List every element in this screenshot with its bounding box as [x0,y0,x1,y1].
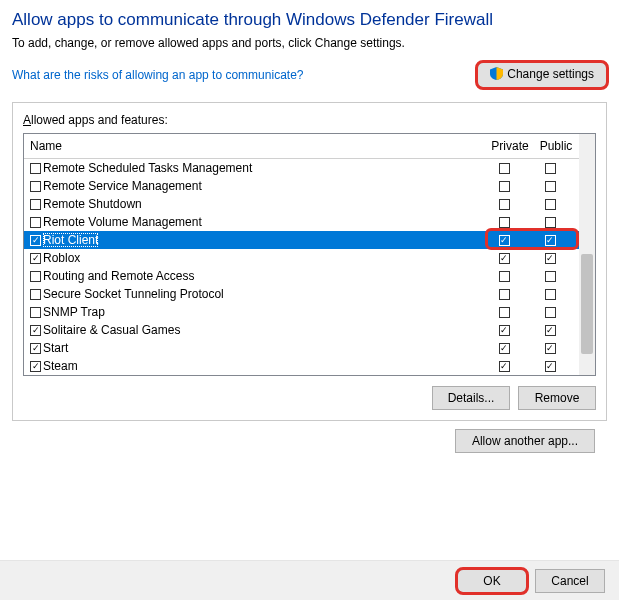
app-enable-checkbox[interactable] [30,235,41,246]
change-settings-label: Change settings [507,67,594,81]
private-checkbox[interactable] [499,361,510,372]
app-name-label: Routing and Remote Access [43,269,194,283]
app-name-label: Remote Shutdown [43,197,142,211]
group-label: Allowed apps and features: [23,113,168,127]
app-enable-checkbox[interactable] [30,163,41,174]
header-public[interactable]: Public [533,134,579,158]
app-row[interactable]: Remote Shutdown [24,195,579,213]
app-row[interactable]: Remote Volume Management [24,213,579,231]
public-checkbox[interactable] [545,163,556,174]
app-row[interactable]: Secure Socket Tunneling Protocol [24,285,579,303]
private-checkbox[interactable] [499,343,510,354]
page-subtitle: To add, change, or remove allowed apps a… [12,36,607,50]
private-checkbox[interactable] [499,307,510,318]
app-name-label: Steam [43,359,78,373]
app-name-label: SNMP Trap [43,305,105,319]
cancel-button[interactable]: Cancel [535,569,605,593]
public-checkbox[interactable] [545,181,556,192]
app-name-label: Remote Scheduled Tasks Management [43,161,252,175]
change-settings-button[interactable]: Change settings [477,62,607,88]
risks-link[interactable]: What are the risks of allowing an app to… [12,68,303,82]
app-row[interactable]: Riot Client [24,231,579,249]
app-enable-checkbox[interactable] [30,199,41,210]
app-row[interactable]: Steam [24,357,579,375]
public-checkbox[interactable] [545,235,556,246]
public-checkbox[interactable] [545,343,556,354]
ok-button[interactable]: OK [457,569,527,593]
app-row[interactable]: Roblox [24,249,579,267]
public-checkbox[interactable] [545,307,556,318]
app-name-label: Remote Volume Management [43,215,202,229]
app-row[interactable]: Remote Scheduled Tasks Management [24,159,579,177]
scrollbar-thumb[interactable] [581,254,593,354]
private-checkbox[interactable] [499,235,510,246]
app-enable-checkbox[interactable] [30,181,41,192]
page-title: Allow apps to communicate through Window… [12,10,607,30]
dialog-footer: OK Cancel [0,560,619,600]
app-name-label: Roblox [43,251,80,265]
app-enable-checkbox[interactable] [30,307,41,318]
private-checkbox[interactable] [499,271,510,282]
app-row[interactable]: Start [24,339,579,357]
apps-list: Name Private Public Remote Scheduled Tas… [23,133,596,376]
private-checkbox[interactable] [499,181,510,192]
app-enable-checkbox[interactable] [30,325,41,336]
private-checkbox[interactable] [499,253,510,264]
app-row[interactable]: Solitaire & Casual Games [24,321,579,339]
public-checkbox[interactable] [545,199,556,210]
header-private[interactable]: Private [487,134,533,158]
remove-button[interactable]: Remove [518,386,596,410]
public-checkbox[interactable] [545,253,556,264]
private-checkbox[interactable] [499,199,510,210]
allow-another-app-button[interactable]: Allow another app... [455,429,595,453]
app-row[interactable]: Remote Service Management [24,177,579,195]
scrollbar[interactable] [579,134,595,375]
public-checkbox[interactable] [545,289,556,300]
app-row[interactable]: Routing and Remote Access [24,267,579,285]
app-enable-checkbox[interactable] [30,343,41,354]
app-name-label: Start [43,341,68,355]
private-checkbox[interactable] [499,289,510,300]
allowed-apps-group: Allowed apps and features: Name Private … [12,102,607,421]
header-name[interactable]: Name [24,134,487,158]
app-name-label: Solitaire & Casual Games [43,323,180,337]
private-checkbox[interactable] [499,163,510,174]
app-enable-checkbox[interactable] [30,253,41,264]
public-checkbox[interactable] [545,271,556,282]
app-name-label: Secure Socket Tunneling Protocol [43,287,224,301]
public-checkbox[interactable] [545,325,556,336]
private-checkbox[interactable] [499,217,510,228]
app-enable-checkbox[interactable] [30,289,41,300]
app-enable-checkbox[interactable] [30,271,41,282]
public-checkbox[interactable] [545,361,556,372]
details-button[interactable]: Details... [432,386,510,410]
private-checkbox[interactable] [499,325,510,336]
app-name-label: Riot Client [43,233,98,247]
app-name-label: Remote Service Management [43,179,202,193]
app-enable-checkbox[interactable] [30,361,41,372]
app-row[interactable]: SNMP Trap [24,303,579,321]
app-enable-checkbox[interactable] [30,217,41,228]
public-checkbox[interactable] [545,217,556,228]
shield-icon [490,67,503,83]
